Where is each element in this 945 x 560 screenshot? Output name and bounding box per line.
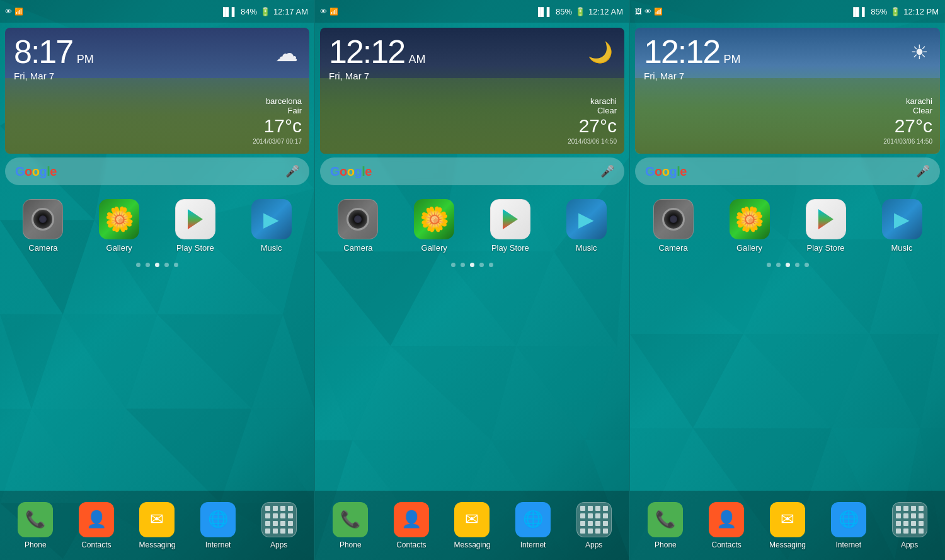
- wifi-icon-1: 📶: [14, 8, 23, 16]
- google-search-bar-3[interactable]: Google 🎤: [635, 157, 940, 185]
- app-grid-2: Camera 🌼 Gallery: [315, 189, 629, 258]
- contacts-dock-2[interactable]: 👤 Contacts: [384, 502, 438, 549]
- camera-app-2[interactable]: Camera: [326, 199, 389, 253]
- weather-widget-1[interactable]: 8:17 PM Fri, Mar 7 ☁ barcelona Fair 17°c…: [5, 28, 309, 154]
- weather-widget-2[interactable]: 12:12 AM Fri, Mar 7 🌙 karachi Clear 27°c…: [320, 28, 624, 154]
- dot-3-4[interactable]: [795, 263, 799, 267]
- svg-marker-15: [251, 409, 314, 503]
- weather-desc-2: Clear: [568, 106, 617, 115]
- contacts-dock-3[interactable]: 👤 Contacts: [700, 502, 753, 549]
- music-app-2[interactable]: ▶ Music: [555, 199, 618, 253]
- phone-dock-1[interactable]: 📞 Phone: [9, 502, 62, 549]
- signal-icon-1: ▐▌▌: [220, 7, 238, 16]
- dot-3-1[interactable]: [767, 263, 771, 267]
- messaging-dock-3[interactable]: ✉ Messaging: [760, 502, 814, 549]
- wifi-icon-2: 📶: [329, 8, 338, 16]
- phone-dock-2[interactable]: 📞 Phone: [324, 502, 377, 549]
- status-bar-1: 👁 📶 ▐▌▌ 84% 🔋 12:17 AM: [0, 0, 314, 23]
- gallery-app-2[interactable]: 🌼 Gallery: [403, 199, 466, 253]
- weather-desc-1: Fair: [253, 106, 302, 115]
- weather-widget-3[interactable]: 12:12 PM Fri, Mar 7 ☀ karachi Clear 27°c…: [635, 28, 940, 154]
- playstore-app-1[interactable]: Play Store: [164, 199, 227, 253]
- internet-dock-3[interactable]: 🌐 Internet: [822, 502, 875, 549]
- status-bar-3: 🖼 👁 📶 ▐▌▌ 85% 🔋 12:12 PM: [630, 0, 945, 23]
- music-app-1[interactable]: ▶ Music: [240, 199, 303, 253]
- app-grid-3: Camera 🌼 Gallery: [630, 189, 945, 258]
- internet-dock-2[interactable]: 🌐 Internet: [507, 502, 560, 549]
- camera-app-3[interactable]: Camera: [642, 199, 705, 253]
- music-app-3[interactable]: ▶ Music: [871, 199, 934, 253]
- flower-icon-1: 🌼: [105, 205, 134, 233]
- svg-marker-27: [315, 346, 391, 440]
- google-search-bar-2[interactable]: Google 🎤: [320, 157, 624, 185]
- svg-marker-9: [63, 314, 158, 409]
- weather-date-3: Fri, Mar 7: [644, 71, 741, 81]
- gallery-app-1[interactable]: 🌼 Gallery: [88, 199, 151, 253]
- dot-3-3[interactable]: [786, 263, 790, 267]
- dot-2-5[interactable]: [489, 263, 493, 267]
- svg-marker-19: [188, 209, 203, 229]
- dot-2-3[interactable]: [470, 263, 474, 267]
- weather-city-2: karachi: [568, 96, 617, 106]
- dock-2: 📞 Phone 👤 Contacts ✉ Messaging 🌐 Interne…: [315, 491, 629, 560]
- internet-dock-label-2: Internet: [520, 540, 546, 549]
- weather-time-display-3: 12:12 PM: [644, 35, 741, 68]
- apps-dock-3[interactable]: Apps: [883, 502, 936, 549]
- flower-icon-2: 🌼: [420, 205, 449, 233]
- status-left-icons-1: 👁 📶: [5, 8, 23, 16]
- camera-app-1[interactable]: Camera: [11, 199, 74, 253]
- dot-2-4[interactable]: [479, 263, 484, 267]
- apps-dock-1[interactable]: Apps: [252, 502, 306, 549]
- phone-dock-3[interactable]: 📞 Phone: [639, 502, 692, 549]
- svg-marker-14: [126, 409, 252, 503]
- mic-icon-2[interactable]: 🎤: [600, 164, 614, 178]
- google-search-bar-1[interactable]: Google 🎤: [5, 157, 309, 185]
- gallery-icon-1: 🌼: [99, 199, 139, 239]
- internet-dock-label-3: Internet: [835, 540, 861, 549]
- dot-1-4[interactable]: [164, 263, 169, 267]
- contacts-dock-label-2: Contacts: [396, 540, 426, 549]
- messaging-dock-1[interactable]: ✉ Messaging: [130, 502, 184, 549]
- signal-icon-3: ▐▌▌: [850, 7, 868, 16]
- phone-dock-icon-1: 📞: [18, 502, 53, 537]
- phone-handset-2: 📞: [340, 510, 360, 529]
- status-bar-2: 👁 📶 ▐▌▌ 85% 🔋 12:12 AM: [315, 0, 629, 23]
- battery-level-2: 85%: [556, 7, 572, 16]
- gallery-icon-2: 🌼: [414, 199, 454, 239]
- dot-2-2[interactable]: [461, 263, 465, 267]
- gallery-app-3[interactable]: 🌼 Gallery: [718, 199, 781, 253]
- apps-dock-2[interactable]: Apps: [567, 502, 621, 549]
- dot-1-5[interactable]: [174, 263, 178, 267]
- phone-screen-2: 👁 📶 ▐▌▌ 85% 🔋 12:12 AM 12:12 AM Fri, Mar…: [315, 0, 630, 560]
- music-icon-2: ▶: [566, 199, 607, 239]
- eye-icon-2: 👁: [320, 8, 327, 15]
- apps-dock-label-3: Apps: [901, 540, 918, 549]
- messaging-envelope-3: ✉: [781, 510, 794, 529]
- dot-3-2[interactable]: [776, 263, 781, 267]
- dot-2-1[interactable]: [451, 263, 455, 267]
- weather-top-1: 8:17 PM Fri, Mar 7: [14, 35, 94, 81]
- weather-icon-1: ☁: [275, 40, 298, 67]
- playstore-app-3[interactable]: Play Store: [794, 199, 857, 253]
- dot-1-1[interactable]: [136, 263, 140, 267]
- google-logo-2: Google: [330, 164, 372, 179]
- dot-1-3[interactable]: [155, 263, 159, 267]
- dot-1-2[interactable]: [146, 263, 150, 267]
- status-left-icons-2: 👁 📶: [320, 8, 338, 16]
- mic-icon-3[interactable]: 🎤: [916, 164, 930, 178]
- weather-city-3: karachi: [883, 96, 932, 106]
- camera-label-3: Camera: [658, 243, 687, 253]
- messaging-envelope-2: ✉: [465, 510, 479, 529]
- messaging-dock-2[interactable]: ✉ Messaging: [445, 502, 499, 549]
- internet-globe-2: 🌐: [523, 510, 543, 529]
- dot-3-5[interactable]: [805, 263, 809, 267]
- mic-icon-1[interactable]: 🎤: [285, 164, 299, 178]
- weather-temp-2: 27°c: [568, 115, 617, 137]
- contacts-dock-1[interactable]: 👤 Contacts: [69, 502, 123, 549]
- playstore-app-2[interactable]: Play Store: [479, 199, 542, 253]
- internet-dock-1[interactable]: 🌐 Internet: [192, 502, 245, 549]
- playstore-icon-2: [490, 199, 530, 239]
- playstore-icon-1: [175, 199, 215, 239]
- svg-marker-44: [869, 334, 939, 428]
- eye-icon-3: 👁: [644, 8, 651, 15]
